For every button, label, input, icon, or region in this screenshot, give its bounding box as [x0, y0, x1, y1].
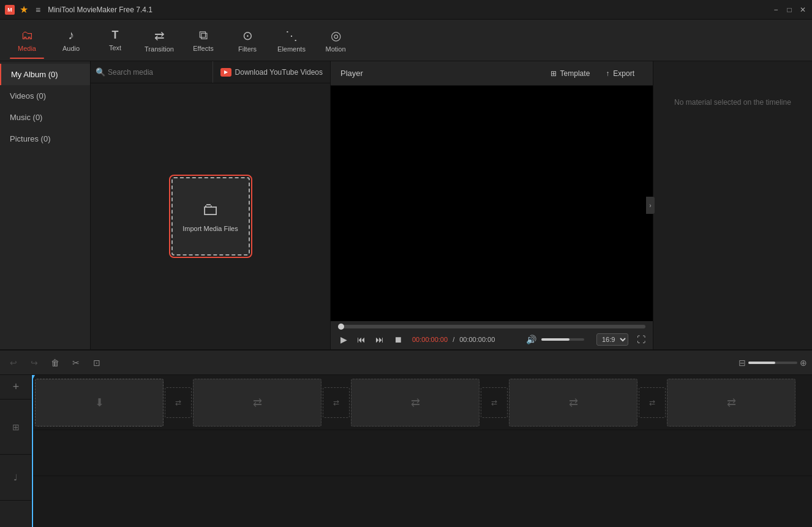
- volume-icon[interactable]: 🔊: [526, 335, 536, 344]
- nav-media[interactable]: 🗂 Media: [5, 22, 49, 59]
- template-icon: ⊞: [551, 69, 557, 78]
- import-label: Import Media Files: [182, 224, 238, 233]
- sidebar: My Album (0) Videos (0) Music (0) Pictur…: [0, 61, 91, 349]
- progress-bar[interactable]: [338, 325, 645, 328]
- nav-filters[interactable]: ⊙ Filters: [225, 22, 269, 59]
- star-icon: ★: [20, 4, 28, 15]
- progress-handle[interactable]: [338, 324, 344, 330]
- video-clip-slot-1[interactable]: ⬇: [35, 379, 164, 427]
- undo-icon: ↩: [10, 358, 17, 368]
- timeline-toolbar: ↩ ↪ 🗑 ✂ ⊡ ⊟ ⊕: [0, 351, 812, 375]
- nav-transition[interactable]: ⇄ Transition: [137, 22, 181, 59]
- content-area: My Album (0) Videos (0) Music (0) Pictur…: [0, 61, 812, 349]
- transition-icon-6: ⇄: [569, 396, 578, 409]
- motion-icon: ◎: [331, 28, 341, 43]
- sidebar-item-myalbum[interactable]: My Album (0): [0, 64, 90, 85]
- nav-filters-label: Filters: [238, 45, 257, 53]
- app-title: MiniTool MovieMaker Free 7.4.1: [48, 6, 767, 14]
- youtube-download-button[interactable]: Download YouTube Videos: [213, 61, 330, 83]
- total-time: 00:00:00:00: [459, 336, 495, 343]
- video-clip-slot-3[interactable]: ⇄: [351, 379, 479, 427]
- sidebar-item-pictures[interactable]: Pictures (0): [0, 128, 90, 150]
- import-media-button[interactable]: 🗀 Import Media Files: [171, 177, 250, 256]
- title-bar: M ★ ≡ MiniTool MovieMaker Free 7.4.1 − □…: [0, 0, 812, 20]
- timeline-body: + ⊞ ♩ ⬇: [0, 375, 812, 527]
- volume-slider[interactable]: [541, 338, 584, 341]
- transition-icon: ⇄: [175, 398, 181, 407]
- play-button[interactable]: ▶: [338, 333, 350, 346]
- split-button[interactable]: ✂: [67, 354, 85, 371]
- stop-button[interactable]: ⏹: [391, 333, 405, 346]
- video-track-icon: ⊞: [12, 422, 20, 432]
- nav-motion[interactable]: ◎ Motion: [314, 22, 358, 59]
- close-button[interactable]: ✕: [799, 6, 807, 14]
- left-panel: My Album (0) Videos (0) Music (0) Pictur…: [0, 61, 331, 349]
- nav-effects[interactable]: ⧉ Effects: [181, 22, 225, 59]
- timeline-section: ↩ ↪ 🗑 ✂ ⊡ ⊟ ⊕ + ⊞: [0, 349, 812, 527]
- audio-track-row: [32, 430, 812, 476]
- maximize-button[interactable]: □: [785, 6, 794, 14]
- video-clip-slot-2[interactable]: ⇄: [193, 379, 321, 427]
- crop-button[interactable]: ⊡: [88, 354, 105, 371]
- minimize-button[interactable]: −: [772, 6, 780, 14]
- playhead[interactable]: [32, 375, 33, 527]
- timeline-tracks: ⬇ ⇄ ⇄ ⇄ ⇄: [32, 375, 812, 527]
- transition-icon-2: ⇄: [253, 396, 262, 409]
- fullscreen-button[interactable]: ⛶: [637, 335, 645, 344]
- transition-slot-1[interactable]: ⇄: [165, 387, 192, 418]
- nav-audio[interactable]: ♪ Audio: [49, 22, 93, 59]
- transition-icon-7: ⇄: [649, 398, 655, 407]
- media-icon: 🗂: [21, 28, 33, 42]
- add-track-button[interactable]: +: [0, 375, 32, 400]
- video-clip-slot-4[interactable]: ⇄: [509, 379, 637, 427]
- transition-slot-3[interactable]: ⇄: [481, 387, 508, 418]
- search-input[interactable]: [108, 68, 208, 77]
- track-labels: + ⊞ ♩: [0, 375, 32, 527]
- filters-icon: ⊙: [242, 28, 253, 43]
- aspect-ratio-selector[interactable]: 16:9 9:16 1:1 4:3: [596, 333, 628, 346]
- transition-icon-5: ⇄: [491, 398, 497, 407]
- template-label: Template: [560, 69, 590, 78]
- sidebar-item-music[interactable]: Music (0): [0, 107, 90, 128]
- template-button[interactable]: ⊞ Template: [543, 67, 598, 80]
- export-button[interactable]: ↑ Export: [597, 67, 643, 80]
- zoom-in-icon[interactable]: ⊕: [800, 358, 807, 368]
- transition-icon: ⇄: [154, 28, 165, 43]
- nav-audio-label: Audio: [62, 45, 80, 52]
- transition-icon-8: ⇄: [727, 396, 736, 409]
- undo-button[interactable]: ↩: [5, 354, 22, 371]
- elements-icon: ⋱: [285, 28, 298, 43]
- nav-elements-label: Elements: [277, 45, 306, 53]
- player-title: Player: [340, 69, 543, 78]
- zoom-fill: [748, 362, 775, 364]
- prev-frame-button[interactable]: ⏮: [355, 333, 368, 346]
- sidebar-item-videos[interactable]: Videos (0): [0, 85, 90, 107]
- panel-collapse-button[interactable]: ›: [646, 197, 655, 214]
- transition-slot-2[interactable]: ⇄: [323, 387, 350, 418]
- search-icon: 🔍: [96, 67, 105, 77]
- audio-icon: ♪: [68, 28, 74, 42]
- redo-button[interactable]: ↪: [26, 354, 43, 371]
- transition-icon-4: ⇄: [411, 396, 420, 409]
- folder-icon: 🗀: [202, 199, 219, 219]
- menu-icon[interactable]: ≡: [36, 5, 40, 15]
- nav-text[interactable]: T Text: [93, 22, 137, 59]
- video-clip-slot-5[interactable]: ⇄: [667, 379, 795, 427]
- current-time: 00:00:00:00: [412, 336, 448, 343]
- next-frame-button[interactable]: ⏭: [373, 333, 386, 346]
- crop-icon: ⊡: [93, 358, 100, 368]
- nav-elements[interactable]: ⋱ Elements: [269, 22, 314, 59]
- zoom-out-icon[interactable]: ⊟: [739, 358, 746, 368]
- nav-transition-label: Transition: [145, 45, 174, 53]
- zoom-slider[interactable]: [748, 362, 797, 364]
- transition-slot-4[interactable]: ⇄: [639, 387, 666, 418]
- search-area[interactable]: 🔍: [91, 61, 213, 83]
- scissors-icon: ✂: [72, 358, 80, 368]
- effects-icon: ⧉: [199, 28, 208, 42]
- media-toolbar: 🔍 Download YouTube Videos: [91, 61, 330, 83]
- delete-button[interactable]: 🗑: [47, 354, 64, 371]
- nav-media-label: Media: [18, 45, 36, 52]
- youtube-label: Download YouTube Videos: [235, 68, 323, 77]
- redo-icon: ↪: [31, 358, 38, 368]
- media-content: 🔍 Download YouTube Videos 🗀 Import Media…: [91, 61, 330, 349]
